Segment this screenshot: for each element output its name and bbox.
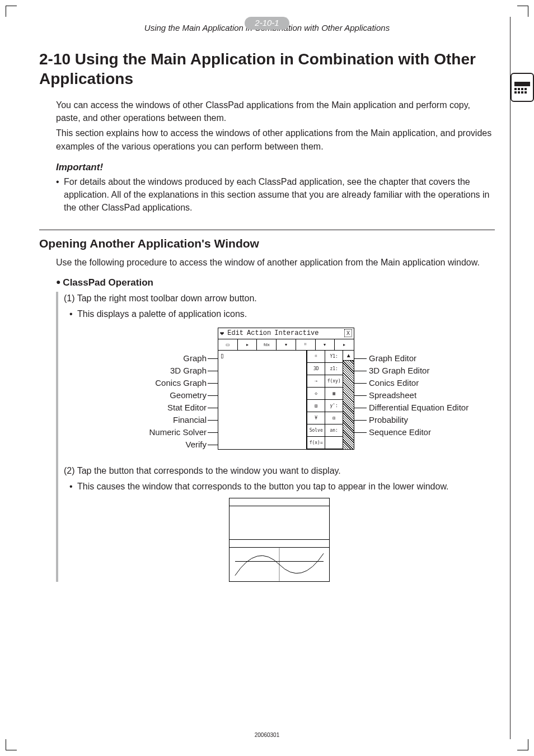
palette-3d-graph-editor-icon: z1: [325, 363, 343, 375]
palette-conics-editor-icon: f(xy) [325, 375, 343, 388]
label-graph-editor: Graph Editor [369, 353, 514, 363]
tool-2: ▸ [238, 339, 257, 350]
label-3d-graph: 3D Graph [67, 366, 207, 375]
step-2: (2) Tap the button that corresponds to t… [64, 464, 495, 478]
label-verify: Verify [67, 440, 207, 449]
tool-5: ⌗ [296, 339, 316, 350]
label-conics-graph: Conics Graph [67, 378, 207, 388]
palette-3d-graph-icon: 3D [307, 363, 325, 375]
menu-interactive: Interactive [274, 329, 318, 337]
tool-4: ▾ [277, 339, 296, 350]
palette-geometry-icon: ◇ [307, 388, 325, 400]
scrollbar: ▲ [343, 351, 354, 449]
menu-check-icon: ❤ [220, 329, 224, 338]
palette-sequence-editor-icon: an: [325, 424, 343, 437]
section-title: 2-10 Using the Main Application in Combi… [39, 49, 495, 88]
label-geometry: Geometry [67, 390, 207, 400]
tool-6: ▾ [316, 339, 335, 350]
step-2-sub: This causes the window that corresponds … [64, 480, 495, 493]
app-palette: ⌗Y1: 3Dz1: ⇢f(xy) ◇▦ ▤y': ¥⚅ Solvean: f(… [307, 351, 343, 449]
palette-probability-icon: ⚅ [325, 412, 343, 424]
margin-app-icon [510, 73, 534, 102]
subsection-lead: Use the following procedure to access th… [56, 256, 495, 269]
toolbar: ▭ ▸ fdx ▾ ⌗ ▾ ▸ [218, 339, 354, 351]
palette-diagram: Graph 3D Graph Conics Graph Geometry Sta… [67, 328, 492, 456]
palette-conics-graph-icon: ⇢ [307, 375, 325, 388]
label-sequence-editor: Sequence Editor [369, 427, 514, 437]
footer-code: 20060301 [0, 732, 534, 738]
scroll-up-icon: ▲ [343, 351, 354, 361]
tool-arrow: ▸ [335, 339, 354, 350]
palette-spreadsheet-icon: ▦ [325, 388, 343, 400]
divider [39, 230, 495, 230]
label-stat-editor: Stat Editor [67, 403, 207, 412]
cursor-icon: ▯ [220, 352, 224, 360]
work-area: ▯ [218, 351, 307, 449]
label-financial: Financial [67, 415, 207, 424]
classpad-screen: ❤ Edit Action Interactive X ▭ ▸ fdx ▾ ⌗ … [218, 328, 354, 450]
header-badge: 2-10-1 [245, 17, 289, 30]
menubar: ❤ Edit Action Interactive X [218, 328, 354, 339]
label-3d-graph-editor: 3D Graph Editor [369, 366, 514, 375]
palette-diff-eq-icon: y': [325, 400, 343, 412]
palette-verify-icon: f(x)= [307, 437, 325, 449]
label-spreadsheet: Spreadsheet [369, 390, 514, 400]
palette-financial-icon: ¥ [307, 412, 325, 424]
close-icon: X [344, 329, 352, 337]
graph-curve-icon [229, 548, 329, 581]
intro-p2: This section explains how to access the … [56, 127, 495, 152]
label-diff-eq-editor: Differential Equation Editor [369, 403, 514, 412]
menu-action: Action [247, 329, 271, 337]
label-conics-editor: Conics Editor [369, 378, 514, 388]
label-numeric-solver: Numeric Solver [67, 427, 207, 437]
important-heading: Important! [56, 162, 495, 173]
step-1: (1) Tap the right most toolbar down arro… [64, 292, 495, 305]
menu-edit: Edit [227, 329, 243, 337]
tool-3: fdx [257, 339, 277, 350]
palette-graph-editor-icon: Y1: [325, 351, 343, 363]
intro-p1: You can access the windows of other Clas… [56, 99, 495, 124]
palette-empty-icon [325, 437, 343, 449]
palette-numeric-solver-icon: Solve [307, 424, 325, 437]
important-bullet: For details about the windows produced b… [56, 175, 495, 214]
result-screen [229, 498, 330, 582]
step-1-sub: This displays a palette of application i… [64, 307, 495, 321]
classpad-operation-heading: ClassPad Operation [56, 277, 495, 288]
palette-stat-editor-icon: ▤ [307, 400, 325, 412]
label-probability: Probability [369, 415, 514, 424]
palette-graph-icon: ⌗ [307, 351, 325, 363]
tool-1: ▭ [218, 339, 238, 350]
subsection-heading: Opening Another Application's Window [39, 237, 495, 250]
label-graph: Graph [67, 353, 207, 363]
